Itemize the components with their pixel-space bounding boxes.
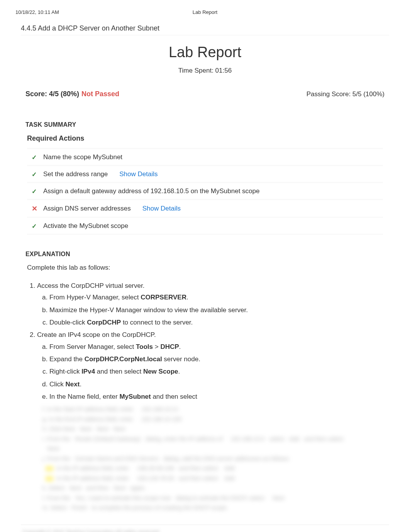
score-status: Not Passed	[81, 90, 119, 98]
check-icon: ✓	[32, 188, 39, 195]
actions-list: ✓ Name the scope MySubnet ✓ Set the addr…	[27, 148, 383, 235]
explanation-intro: Complete this lab as follows:	[27, 264, 383, 272]
check-icon: ✓	[32, 171, 39, 178]
divider	[21, 524, 389, 526]
substep: Maximize the Hyper-V Manager window to v…	[49, 305, 383, 315]
show-details-link[interactable]: Show Details	[119, 170, 158, 178]
show-details-link[interactable]: Show Details	[142, 205, 181, 212]
substep: In the Name field, enter MySubnet and th…	[49, 392, 383, 402]
explanation-heading: EXPLANATION	[25, 251, 385, 258]
action-text: Assign a default gateway address of 192.…	[43, 187, 259, 195]
page-header-title: Lab Report	[193, 9, 217, 15]
action-item: ✓ Activate the MySubnet scope	[27, 218, 383, 234]
action-item: ✓ Name the scope MySubnet	[27, 150, 383, 165]
substep: Expand the CorpDHCP.CorpNet.local server…	[49, 354, 383, 364]
steps-list: Access the CorpDCHP virtual server. From…	[27, 281, 383, 402]
action-text: Set the address range	[43, 170, 108, 178]
time-spent: Time Spent: 01:56	[21, 67, 389, 75]
substep: Right-click IPv4 and then select New Sco…	[49, 367, 383, 377]
step-2: Create an IPv4 scope on the CorpDHCP. Fr…	[37, 330, 383, 402]
check-icon: ✓	[32, 223, 39, 230]
substep: From Hyper-V Manager, select CORPSERVER.	[49, 292, 383, 303]
x-icon: ✕	[32, 204, 39, 213]
action-text: Name the scope MySubnet	[43, 153, 122, 161]
score-value: Score: 4/5 (80%)	[25, 90, 79, 98]
substep: Double-click CorpDCHP to connect to the …	[49, 318, 383, 328]
action-item: ✓ Set the address range Show Details	[27, 167, 383, 182]
lab-path-title: 4.4.5 Add a DHCP Server on Another Subne…	[21, 24, 389, 32]
required-actions-heading: Required Actions	[27, 134, 383, 143]
action-text: Assign DNS server addresses	[43, 205, 131, 212]
divider	[21, 35, 389, 36]
main-title: Lab Report	[21, 44, 389, 61]
check-icon: ✓	[32, 154, 39, 161]
action-item: ✕ Assign DNS server addresses Show Detai…	[27, 201, 383, 217]
substep: From Server Manager, select Tools > DHCP…	[49, 342, 383, 352]
passing-score: Passing Score: 5/5 (100%)	[307, 90, 385, 98]
action-text: Activate the MySubnet scope	[43, 222, 128, 230]
substep: Click Next.	[49, 379, 383, 389]
blurred-content: f. In the Start IP address field, enter …	[42, 404, 383, 513]
step-1: Access the CorpDCHP virtual server. From…	[37, 281, 383, 328]
copyright: Copyright © 2022 TestOut Corporation All…	[22, 529, 389, 532]
step-text: Access the CorpDCHP virtual server.	[37, 282, 144, 289]
score-row: Score: 4/5 (80%) Not Passed Passing Scor…	[21, 90, 389, 98]
step-text: Create an IPv4 scope on the CorpDHCP.	[37, 331, 156, 338]
action-item: ✓ Assign a default gateway address of 19…	[27, 184, 383, 199]
task-summary-heading: TASK SUMMARY	[25, 121, 385, 128]
page-timestamp: 10/18/22, 10:11 AM	[15, 9, 59, 15]
